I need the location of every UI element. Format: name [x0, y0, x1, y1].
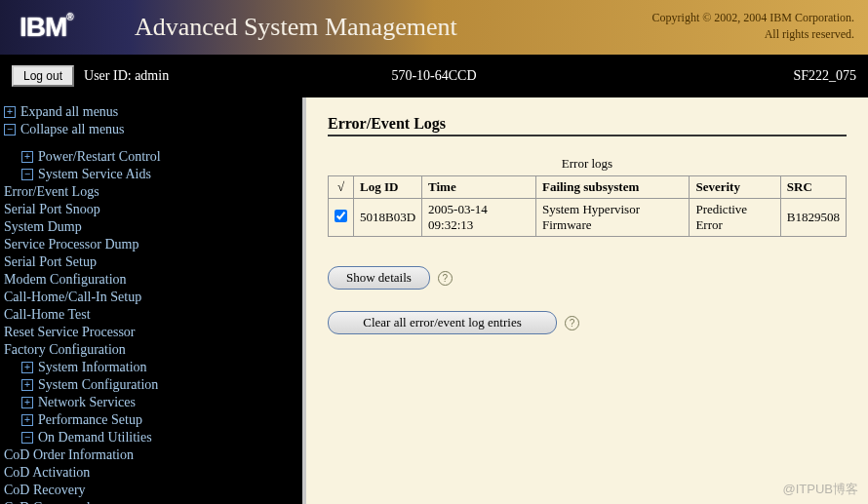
logo-text: IBM® [20, 12, 73, 43]
nav-call-home-setup[interactable]: Call-Home/Call-In Setup [4, 289, 302, 306]
watermark: @ITPUB博客 [783, 481, 858, 498]
plus-icon: + [21, 379, 33, 391]
plus-icon: + [4, 106, 16, 118]
row-checkbox[interactable] [335, 210, 347, 222]
cell-log-id: 5018B03D [354, 199, 422, 237]
col-log-id: Log ID [354, 176, 422, 199]
show-details-button[interactable]: Show details [328, 266, 430, 290]
ibm-logo: IBM® [0, 0, 117, 55]
main-area: + Expand all menus − Collapse all menus … [0, 97, 868, 504]
user-id-value: admin [135, 68, 169, 84]
nav-power-restart[interactable]: + Power/Restart Control [4, 148, 302, 166]
plus-icon: + [21, 151, 33, 163]
system-id: 570-10-64CCD [391, 68, 476, 84]
plus-icon: + [21, 414, 33, 426]
copyright-line: Copyright © 2002, 2004 IBM Corporation. [652, 10, 854, 26]
nav-reset-service-processor[interactable]: Reset Service Processor [4, 324, 302, 341]
plus-icon: + [21, 362, 33, 373]
table-row: 5018B03D 2005-03-14 09:32:13 System Hype… [329, 199, 847, 237]
col-failing-subsystem: Failing subsystem [535, 176, 689, 199]
error-log-table: √ Log ID Time Failing subsystem Severity… [328, 175, 847, 237]
copyright-block: Copyright © 2002, 2004 IBM Corporation. … [652, 10, 854, 43]
content-pane: Error/Event Logs Error logs √ Log ID Tim… [306, 97, 868, 504]
nav-network-services[interactable]: + Network Services [4, 394, 302, 411]
tree-label: System Service Aids [38, 167, 151, 182]
tree-label: System Configuration [38, 377, 158, 393]
nav-cod-command[interactable]: CoD Command [4, 499, 302, 504]
firmware-version: SF222_075 [793, 68, 856, 84]
nav-cod-order[interactable]: CoD Order Information [4, 446, 302, 464]
cell-severity: Predictive Error [690, 199, 780, 237]
nav-serial-port-setup[interactable]: Serial Port Setup [4, 253, 302, 271]
nav-system-service-aids[interactable]: − System Service Aids [4, 166, 302, 183]
tree-label: On Demand Utilities [38, 430, 152, 446]
table-header-row: √ Log ID Time Failing subsystem Severity… [329, 176, 847, 199]
minus-icon: − [4, 124, 16, 136]
tree-label: Power/Restart Control [38, 149, 161, 165]
page-title: Error/Event Logs [328, 115, 847, 136]
rights-reserved-line: All rights reserved. [652, 26, 854, 43]
nav-performance-setup[interactable]: + Performance Setup [4, 411, 302, 429]
col-src: SRC [780, 176, 846, 199]
app-title: Advanced System Management [135, 13, 457, 42]
table-caption: Error logs [328, 156, 847, 172]
nav-system-dump[interactable]: System Dump [4, 218, 302, 236]
nav-serial-port-snoop[interactable]: Serial Port Snoop [4, 201, 302, 218]
show-details-row: Show details ? [328, 266, 847, 290]
nav-modem-configuration[interactable]: Modem Configuration [4, 271, 302, 289]
minus-icon: − [21, 432, 33, 444]
nav-cod-activation[interactable]: CoD Activation [4, 464, 302, 482]
nav-on-demand-utilities[interactable]: − On Demand Utilities [4, 429, 302, 446]
tree-label: Expand all menus [20, 104, 118, 120]
nav-system-information[interactable]: + System Information [4, 359, 302, 376]
help-icon[interactable]: ? [565, 316, 579, 330]
clear-all-button[interactable]: Clear all error/event log entries [328, 311, 557, 334]
cell-src: B1829508 [780, 199, 846, 237]
clear-all-row: Clear all error/event log entries ? [328, 311, 847, 334]
plus-icon: + [21, 397, 33, 408]
cell-failing: System Hypervisor Firmware [535, 199, 689, 237]
nav-error-event-logs[interactable]: Error/Event Logs [4, 183, 302, 201]
header-banner: IBM® Advanced System Management Copyrigh… [0, 0, 868, 55]
help-icon[interactable]: ? [438, 271, 453, 286]
expand-all-menus[interactable]: + Expand all menus [4, 103, 302, 121]
collapse-all-menus[interactable]: − Collapse all menus [4, 121, 302, 138]
user-id-label: User ID: [84, 68, 132, 84]
nav-cod-recovery[interactable]: CoD Recovery [4, 482, 302, 499]
tree-label: Collapse all menus [20, 122, 125, 137]
navigation-sidebar: + Expand all menus − Collapse all menus … [0, 97, 306, 504]
tree-label: Network Services [38, 395, 136, 410]
nav-system-configuration[interactable]: + System Configuration [4, 376, 302, 394]
logout-button[interactable]: Log out [12, 65, 74, 87]
nav-call-home-test[interactable]: Call-Home Test [4, 306, 302, 324]
col-time: Time [422, 176, 536, 199]
nav-factory-configuration[interactable]: Factory Configuration [4, 341, 302, 359]
col-severity: Severity [690, 176, 780, 199]
tree-label: System Information [38, 360, 147, 375]
tree-label: Performance Setup [38, 412, 142, 428]
cell-time: 2005-03-14 09:32:13 [422, 199, 536, 237]
sub-header: Log out User ID: admin 570-10-64CCD SF22… [0, 55, 868, 97]
minus-icon: − [21, 169, 33, 180]
col-check: √ [329, 176, 354, 199]
nav-service-processor-dump[interactable]: Service Processor Dump [4, 236, 302, 253]
